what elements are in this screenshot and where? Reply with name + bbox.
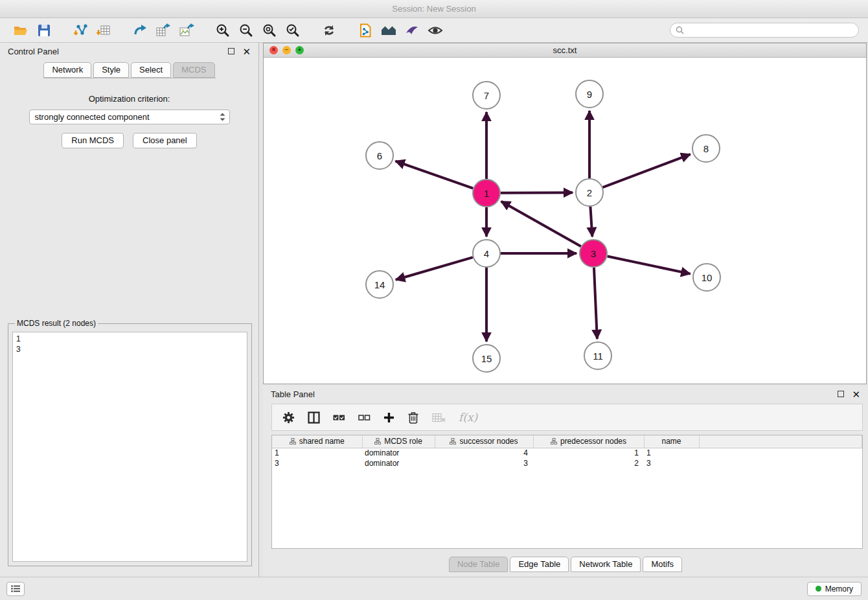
table-cell[interactable]: 3: [272, 458, 362, 468]
mcds-result-item[interactable]: 3: [16, 344, 244, 354]
float-table-panel-icon[interactable]: [838, 391, 844, 397]
graph-node-label: 7: [484, 90, 489, 101]
node-table-body: 1dominator4113dominator323: [272, 448, 862, 468]
table-row[interactable]: 3dominator323: [272, 458, 862, 468]
tab-network-table[interactable]: Network Table: [571, 557, 641, 572]
control-panel-title: Control Panel: [8, 47, 59, 56]
graph-node[interactable]: 9: [576, 80, 603, 108]
graph-node[interactable]: 4: [473, 240, 500, 267]
maximize-window-icon[interactable]: +: [295, 46, 304, 54]
zoom-fit-button[interactable]: [258, 21, 281, 40]
table-row[interactable]: 1dominator411: [272, 448, 862, 458]
graph-edge[interactable]: [594, 268, 597, 339]
clone-network-button[interactable]: [354, 21, 377, 40]
close-panel-icon[interactable]: ✕: [242, 47, 251, 56]
graph-node[interactable]: 2: [576, 179, 603, 206]
memory-button[interactable]: Memory: [807, 582, 862, 596]
cluego-button[interactable]: [377, 21, 400, 40]
clupedia-button[interactable]: [400, 21, 424, 40]
mcds-result-group: MCDS result (2 nodes) 13: [8, 319, 252, 566]
open-session-button[interactable]: [9, 21, 32, 40]
graph-edge[interactable]: [608, 257, 691, 274]
tab-edge-table[interactable]: Edge Table: [510, 557, 569, 572]
graph-node[interactable]: 3: [580, 240, 607, 267]
show-hide-button[interactable]: [424, 21, 447, 40]
graph-node-label: 2: [587, 187, 592, 198]
tab-style[interactable]: Style: [93, 62, 129, 78]
graph-node[interactable]: 15: [473, 345, 500, 372]
tab-motifs[interactable]: Motifs: [643, 557, 682, 572]
graph-edge[interactable]: [396, 161, 474, 189]
graph-node[interactable]: 14: [366, 271, 393, 298]
table-cell[interactable]: 3: [644, 458, 699, 468]
tab-select[interactable]: Select: [131, 62, 171, 78]
table-settings-button[interactable]: [282, 408, 295, 427]
function-builder-icon: f(x): [459, 411, 477, 424]
column-header-successor-nodes[interactable]: successor nodes: [435, 435, 533, 448]
minimize-window-icon[interactable]: −: [282, 46, 291, 54]
graph-node-label: 6: [377, 150, 382, 161]
delete-table-button[interactable]: [432, 408, 446, 427]
function-builder-button[interactable]: f(x): [459, 408, 477, 427]
network-canvas[interactable]: 7968124310141511: [264, 58, 866, 384]
close-panel-button[interactable]: Close panel: [133, 133, 197, 148]
float-panel-icon[interactable]: [228, 48, 234, 54]
close-window-icon[interactable]: ×: [269, 46, 278, 54]
open-session-icon: [13, 23, 29, 38]
split-columns-button[interactable]: [308, 408, 320, 427]
zoom-out-button[interactable]: [234, 21, 258, 40]
tab-mcds[interactable]: MCDS: [173, 62, 214, 78]
graph-edge[interactable]: [501, 192, 573, 193]
table-cell[interactable]: dominator: [362, 448, 435, 458]
export-network-icon: [133, 23, 148, 38]
close-table-panel-icon[interactable]: ✕: [852, 389, 860, 399]
save-session-icon: [37, 23, 51, 38]
graph-node[interactable]: 1: [473, 179, 500, 207]
mcds-result-list[interactable]: 13: [12, 332, 247, 562]
graph-edge[interactable]: [603, 154, 691, 187]
table-cell[interactable]: 1: [533, 448, 644, 458]
select-all-button[interactable]: [333, 408, 345, 427]
tab-node-table[interactable]: Node Table: [449, 557, 508, 572]
mcds-result-item[interactable]: 1: [16, 334, 244, 344]
toolbar-search[interactable]: [670, 23, 859, 38]
table-cell[interactable]: 1: [272, 448, 362, 458]
graph-node[interactable]: 10: [693, 264, 720, 291]
criterion-dropdown[interactable]: strongly connected component: [29, 110, 230, 124]
table-cell[interactable]: dominator: [362, 458, 435, 468]
zoom-in-button[interactable]: [211, 21, 234, 40]
export-network-button[interactable]: [128, 21, 152, 40]
tab-network[interactable]: Network: [43, 62, 91, 78]
column-header-mcds-role[interactable]: MCDS role: [362, 435, 435, 448]
column-header-predecessor-nodes[interactable]: predecessor nodes: [533, 435, 644, 448]
graph-node[interactable]: 8: [692, 135, 720, 162]
table-cell[interactable]: 2: [533, 458, 644, 468]
search-input[interactable]: [687, 26, 853, 35]
show-panels-button[interactable]: [6, 582, 25, 596]
refresh-layout-button[interactable]: [317, 21, 341, 40]
run-mcds-button[interactable]: Run MCDS: [62, 133, 124, 148]
unselect-all-button[interactable]: [358, 408, 371, 427]
table-cell[interactable]: 4: [435, 448, 533, 458]
graph-node[interactable]: 6: [366, 142, 393, 169]
import-network-button[interactable]: [69, 21, 92, 40]
table-cell[interactable]: 1: [644, 448, 699, 458]
column-header-name[interactable]: name: [644, 435, 699, 448]
main-toolbar: [0, 18, 868, 43]
delete-column-button[interactable]: [407, 408, 419, 427]
graph-edge[interactable]: [396, 257, 473, 280]
import-table-button[interactable]: [92, 21, 115, 40]
column-header-shared-name[interactable]: shared name: [272, 435, 362, 448]
table-cell[interactable]: 3: [435, 458, 533, 468]
graph-node[interactable]: 11: [584, 342, 611, 369]
graph-node-label: 9: [587, 89, 592, 100]
network-window-titlebar[interactable]: × − + scc.txt: [264, 43, 866, 58]
graph-node[interactable]: 7: [473, 82, 500, 109]
zoom-selected-button[interactable]: [281, 21, 304, 40]
export-table-button[interactable]: [152, 21, 175, 40]
save-session-button[interactable]: [32, 21, 56, 40]
add-column-button[interactable]: [383, 408, 394, 427]
graph-edge[interactable]: [590, 207, 592, 237]
graph-edge[interactable]: [501, 202, 581, 246]
export-image-button[interactable]: [175, 21, 198, 40]
